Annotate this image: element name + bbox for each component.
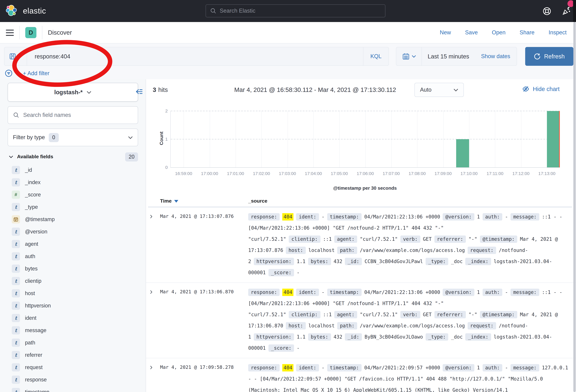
field-pill: ident: xyxy=(296,213,319,221)
query-language-button[interactable]: KQL xyxy=(363,47,389,65)
string-type-icon: t xyxy=(12,178,20,186)
action-open[interactable]: Open xyxy=(492,29,506,36)
refresh-button[interactable]: Refresh xyxy=(525,47,573,66)
field-item-response[interactable]: tresponse xyxy=(0,373,146,386)
fields-sidebar: logstash-* Search field names Filter by … xyxy=(0,79,146,392)
date-picker-menu[interactable] xyxy=(396,47,422,65)
string-type-icon: t xyxy=(12,363,20,371)
field-item-_type[interactable]: t_type xyxy=(0,201,146,213)
field-name: host xyxy=(25,290,35,296)
divider xyxy=(16,73,20,74)
available-fields-header[interactable]: Available fields 20 xyxy=(9,151,138,162)
x-tick-label: 17:00:00 xyxy=(201,171,218,176)
field-item-host[interactable]: thost xyxy=(0,287,146,300)
string-type-icon: t xyxy=(12,227,20,236)
action-new[interactable]: New xyxy=(440,29,451,36)
field-item-message[interactable]: tmessage xyxy=(0,324,146,336)
action-save[interactable]: Save xyxy=(465,29,478,36)
field-item-bytes[interactable]: tbytes xyxy=(0,262,146,275)
collapse-sidebar-icon[interactable] xyxy=(135,87,143,96)
column-source: _source xyxy=(248,198,267,204)
string-type-icon: t xyxy=(12,289,20,297)
chevron-down-icon xyxy=(412,55,416,58)
elastic-brand[interactable]: elastic xyxy=(6,4,46,18)
field-value: 04/Mar/2021:22:09:57 +0000 xyxy=(364,365,440,370)
add-filter-button[interactable]: + Add filter xyxy=(23,70,50,77)
query-text[interactable]: response:404 xyxy=(35,53,70,60)
string-type-icon: t xyxy=(12,203,20,211)
hide-chart-button[interactable]: Hide chart xyxy=(522,85,560,93)
field-pill: message: xyxy=(511,364,539,371)
string-type-icon: t xyxy=(12,265,20,273)
field-item-request[interactable]: trequest xyxy=(0,361,146,373)
histogram-bar[interactable] xyxy=(547,111,560,167)
histogram-bar[interactable] xyxy=(456,139,469,167)
string-type-icon: t xyxy=(12,166,20,174)
expand-row-icon[interactable]: › xyxy=(150,287,160,354)
index-pattern-select[interactable]: logstash-* xyxy=(8,83,138,102)
histogram-chart[interactable]: Count 16:59:0017:00:0017:01:0017:02:0017… xyxy=(146,101,576,193)
field-name: path xyxy=(25,339,35,346)
field-item-ident[interactable]: tident xyxy=(0,312,146,324)
field-pill: @version: xyxy=(443,364,474,371)
field-item-@timestamp[interactable]: @timestamp xyxy=(0,213,146,225)
action-share[interactable]: Share xyxy=(519,29,534,36)
eye-slash-icon xyxy=(522,85,530,93)
help-icon[interactable] xyxy=(542,6,552,16)
field-item-_score[interactable]: #_score xyxy=(0,189,146,201)
row-source: response:404ident:-timestamp:04/Mar/2021… xyxy=(248,211,572,278)
table-rows: ›Mar 4, 2021 @ 17:13:07.876response:404i… xyxy=(146,207,576,392)
field-item-timestamp[interactable]: ttimestamp xyxy=(0,386,146,392)
field-item-clientip[interactable]: tclientip xyxy=(0,275,146,287)
action-inspect[interactable]: Inspect xyxy=(548,29,567,36)
field-value: GET xyxy=(423,312,432,317)
field-pill: @version: xyxy=(443,289,474,296)
field-item-httpversion[interactable]: thttpversion xyxy=(0,300,146,312)
plot-area: 16:59:0017:00:0017:01:0017:02:0017:03:00… xyxy=(170,111,560,168)
field-name: auth xyxy=(25,253,35,259)
index-pattern-value: logstash-* xyxy=(54,89,83,96)
app-icon-badge[interactable]: D xyxy=(25,27,36,38)
menu-icon[interactable] xyxy=(6,29,14,36)
string-type-icon: t xyxy=(12,240,20,248)
field-value: - xyxy=(297,345,300,351)
global-search-input[interactable]: Search Elastic xyxy=(206,4,385,17)
field-value: 1.1 xyxy=(297,334,306,340)
expand-row-icon[interactable]: › xyxy=(150,211,160,278)
x-tick-label: 17:11:00 xyxy=(487,171,503,176)
scrollbar-thumb[interactable] xyxy=(573,22,576,392)
row-time: Mar 4, 2021 @ 17:13:06.870 xyxy=(160,287,248,354)
field-value: 04/Mar/2021:22:13:06 +0000 xyxy=(364,289,440,295)
field-value: ::1 xyxy=(323,312,332,317)
y-tick-label: 0 xyxy=(160,165,168,170)
field-item-referrer[interactable]: treferrer xyxy=(0,349,146,361)
field-item-path[interactable]: tpath xyxy=(0,336,146,349)
field-value: 1 xyxy=(477,214,480,220)
field-item-@version[interactable]: t@version xyxy=(0,225,146,238)
field-pill: response: xyxy=(248,213,280,221)
x-tick-label: 17:05:00 xyxy=(331,171,348,176)
field-value: CCBN_3cB04dGovJLPawl xyxy=(365,259,423,264)
filter-by-type-select[interactable]: Filter by type 0 xyxy=(8,129,138,146)
time-range-value[interactable]: Last 15 minutes xyxy=(428,53,469,60)
field-item-_id[interactable]: t_id xyxy=(0,164,146,176)
saved-query-menu[interactable] xyxy=(4,47,27,65)
field-pill: response: xyxy=(248,289,280,296)
calendar-icon xyxy=(402,53,410,60)
interval-select[interactable]: Auto xyxy=(414,83,464,97)
show-dates-button[interactable]: Show dates xyxy=(481,53,510,60)
column-time[interactable]: Time xyxy=(160,198,248,204)
field-search-input[interactable]: Search field names xyxy=(8,106,138,124)
field-item-auth[interactable]: tauth xyxy=(0,250,146,262)
string-type-icon: t xyxy=(12,277,20,285)
field-item-agent[interactable]: tagent xyxy=(0,238,146,250)
field-item-_index[interactable]: t_index xyxy=(0,176,146,189)
query-input[interactable]: response:404 KQL xyxy=(4,47,389,66)
field-pill: agent: xyxy=(334,235,357,243)
page-title: Discover xyxy=(48,29,72,36)
expand-row-icon[interactable]: › xyxy=(150,362,160,392)
sort-desc-icon[interactable] xyxy=(174,200,178,202)
field-pill: timestamp: xyxy=(327,289,362,296)
field-name: timestamp xyxy=(25,389,49,392)
newsfeed-icon[interactable] xyxy=(562,6,571,16)
